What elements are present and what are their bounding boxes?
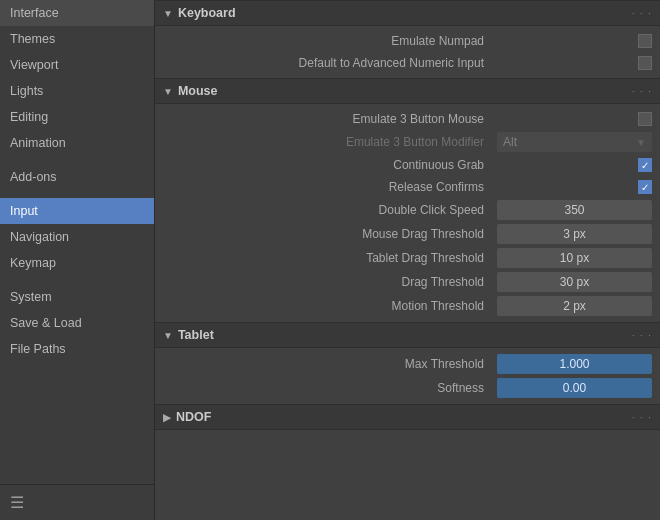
hamburger-icon[interactable]: ☰ [10,494,24,511]
tablet-drag-row: Tablet Drag Threshold 10 px [155,246,660,270]
emulate-numpad-checkbox[interactable] [638,34,652,48]
emulate-numpad-checkbox-container [638,34,652,48]
default-advanced-checkbox-container [638,56,652,70]
default-advanced-label: Default to Advanced Numeric Input [163,56,492,70]
mouse-drag-label: Mouse Drag Threshold [163,227,492,241]
release-confirms-checkbox[interactable] [638,180,652,194]
emulate-modifier-dropdown[interactable]: Alt ▼ [497,132,652,152]
motion-threshold-field[interactable]: 2 px [497,296,652,316]
tablet-section-header[interactable]: ▼ Tablet · · · [155,322,660,348]
drag-threshold-field[interactable]: 30 px [497,272,652,292]
default-advanced-checkbox[interactable] [638,56,652,70]
continuous-grab-label: Continuous Grab [163,158,492,172]
ndof-arrow-icon: ▶ [163,412,171,423]
sidebar-item-saveload[interactable]: Save & Load [0,310,154,336]
keyboard-menu-icon[interactable]: · · · [632,7,652,19]
tablet-title: Tablet [178,328,214,342]
release-confirms-label: Release Confirms [163,180,492,194]
tablet-body: Max Threshold 1.000 Softness 0.00 [155,348,660,404]
emulate-modifier-label: Emulate 3 Button Modifier [163,135,492,149]
ndof-section-header[interactable]: ▶ NDOF · · · [155,404,660,430]
default-advanced-row: Default to Advanced Numeric Input [155,52,660,74]
softness-row: Softness 0.00 [155,376,660,400]
keyboard-arrow-icon: ▼ [163,8,173,19]
keyboard-body: Emulate Numpad Default to Advanced Numer… [155,26,660,78]
emulate-numpad-row: Emulate Numpad [155,30,660,52]
sidebar-item-editing[interactable]: Editing [0,104,154,130]
motion-threshold-row: Motion Threshold 2 px [155,294,660,318]
mouse-arrow-icon: ▼ [163,86,173,97]
tablet-arrow-icon: ▼ [163,330,173,341]
sidebar-item-system[interactable]: System [0,284,154,310]
continuous-grab-checkbox-container [638,158,652,172]
ndof-menu-icon[interactable]: · · · [632,411,652,423]
double-click-label: Double Click Speed [163,203,492,217]
sidebar-item-navigation[interactable]: Navigation [0,224,154,250]
mouse-menu-icon[interactable]: · · · [632,85,652,97]
sidebar: Interface Themes Viewport Lights Editing… [0,0,155,520]
sidebar-divider-2 [0,190,154,198]
sidebar-divider-1 [0,156,154,164]
ndof-title: NDOF [176,410,211,424]
sidebar-item-keymap[interactable]: Keymap [0,250,154,276]
release-confirms-row: Release Confirms [155,176,660,198]
sidebar-item-themes[interactable]: Themes [0,26,154,52]
emulate-3btn-label: Emulate 3 Button Mouse [163,112,492,126]
sidebar-item-lights[interactable]: Lights [0,78,154,104]
double-click-row: Double Click Speed 350 [155,198,660,222]
sidebar-item-interface[interactable]: Interface [0,0,154,26]
max-threshold-row: Max Threshold 1.000 [155,352,660,376]
emulate-numpad-label: Emulate Numpad [163,34,492,48]
emulate-modifier-row: Emulate 3 Button Modifier Alt ▼ [155,130,660,154]
sidebar-bottom: ☰ [0,484,154,520]
continuous-grab-checkbox[interactable] [638,158,652,172]
main-content: ▼ Keyboard · · · Emulate Numpad Default … [155,0,660,520]
emulate-3btn-row: Emulate 3 Button Mouse [155,108,660,130]
double-click-field[interactable]: 350 [497,200,652,220]
mouse-section-header[interactable]: ▼ Mouse · · · [155,78,660,104]
sidebar-divider-3 [0,276,154,284]
mouse-body: Emulate 3 Button Mouse Emulate 3 Button … [155,104,660,322]
drag-threshold-label: Drag Threshold [163,275,492,289]
tablet-drag-field[interactable]: 10 px [497,248,652,268]
emulate-3btn-checkbox[interactable] [638,112,652,126]
dropdown-arrow-icon: ▼ [636,137,646,148]
continuous-grab-row: Continuous Grab [155,154,660,176]
max-threshold-field[interactable]: 1.000 [497,354,652,374]
keyboard-title: Keyboard [178,6,236,20]
softness-label: Softness [163,381,492,395]
sidebar-item-filepaths[interactable]: File Paths [0,336,154,362]
mouse-drag-field[interactable]: 3 px [497,224,652,244]
sidebar-item-input[interactable]: Input [0,198,154,224]
emulate-3btn-checkbox-container [638,112,652,126]
release-confirms-checkbox-container [638,180,652,194]
max-threshold-label: Max Threshold [163,357,492,371]
drag-threshold-row: Drag Threshold 30 px [155,270,660,294]
emulate-modifier-value: Alt [503,135,517,149]
keyboard-section-header[interactable]: ▼ Keyboard · · · [155,0,660,26]
motion-threshold-label: Motion Threshold [163,299,492,313]
tablet-menu-icon[interactable]: · · · [632,329,652,341]
mouse-title: Mouse [178,84,218,98]
sidebar-item-viewport[interactable]: Viewport [0,52,154,78]
mouse-drag-row: Mouse Drag Threshold 3 px [155,222,660,246]
softness-field[interactable]: 0.00 [497,378,652,398]
tablet-drag-label: Tablet Drag Threshold [163,251,492,265]
sidebar-item-addons[interactable]: Add-ons [0,164,154,190]
sidebar-item-animation[interactable]: Animation [0,130,154,156]
